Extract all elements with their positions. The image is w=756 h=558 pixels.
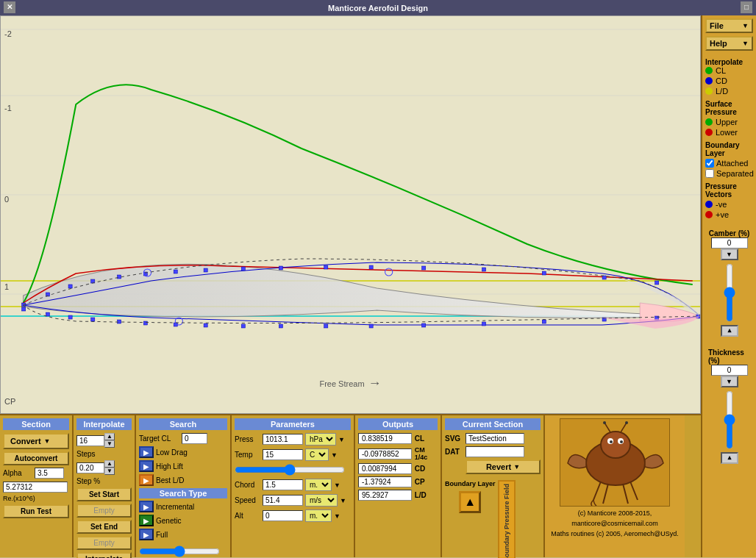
file-button[interactable]: File ▼ <box>705 18 753 33</box>
steps-row: ▲ ▼ <box>76 433 132 448</box>
full-label: Full <box>156 531 168 539</box>
main-container: -2 -1 0 1 CP Free Stream → <box>0 15 756 557</box>
camber-down-btn[interactable]: ▼ <box>721 248 738 260</box>
lower-dot <box>705 129 713 136</box>
svg-input[interactable] <box>466 433 524 444</box>
press-unit-arrow: ▼ <box>338 436 345 443</box>
svg-rect-10 <box>68 285 72 288</box>
incremental-label: Incremental <box>156 503 194 511</box>
svg-point-48 <box>601 432 630 458</box>
help-button[interactable]: Help ▼ <box>705 36 753 51</box>
temp-input[interactable] <box>263 449 303 460</box>
lower-legend-label: Lower <box>716 128 738 137</box>
upper-dot <box>705 118 713 126</box>
current-section-panel: Current Section SVG DAT Revert ▼ <box>442 415 545 557</box>
ld-legend-label: L/D <box>716 87 728 96</box>
chord-unit-select[interactable]: m.ft <box>305 479 332 491</box>
interpolate-legend-title: Interpolate <box>705 58 753 66</box>
boundary-up-arrow[interactable]: ▲ <box>459 491 481 513</box>
camber-value[interactable] <box>711 237 748 248</box>
steps-input[interactable] <box>76 435 104 446</box>
interpolate-button[interactable]: Interpolate <box>76 552 132 558</box>
temp-unit-arrow: ▼ <box>331 451 338 459</box>
press-label: Press <box>235 435 260 443</box>
chord-unit-arrow: ▼ <box>334 482 340 489</box>
camber-slider[interactable] <box>722 263 737 322</box>
attached-legend: Attached <box>705 159 753 168</box>
temp-slider[interactable] <box>235 464 345 476</box>
speed-row: Speed m/sktsmph ▼ <box>235 494 351 507</box>
speed-unit-select[interactable]: m/sktsmph <box>305 494 338 507</box>
genetic-row: ▶ Genetic <box>139 515 227 526</box>
thickness-slider[interactable] <box>722 390 737 449</box>
upper-legend: Upper <box>705 118 753 126</box>
thickness-down-btn2[interactable]: ▼ <box>721 452 738 464</box>
section-title: Section <box>3 418 69 430</box>
thickness-value[interactable] <box>711 365 748 376</box>
svg-rect-15 <box>204 268 207 272</box>
incremental-arrow[interactable]: ▶ <box>139 501 154 512</box>
convert-button[interactable]: Convert ▼ <box>3 433 69 449</box>
camber-down-btn2[interactable]: ▼ <box>721 325 738 337</box>
press-input[interactable] <box>263 434 303 445</box>
svg-rect-31 <box>143 321 147 325</box>
steps-up[interactable]: ▲ <box>104 433 115 440</box>
cd-legend: CD <box>705 76 753 85</box>
step-pct-down[interactable]: ▼ <box>104 468 115 475</box>
parameters-panel: Parameters Press hPaPa ▼ Temp CFK <box>232 415 355 557</box>
set-start-button[interactable]: Set Start <box>76 487 132 501</box>
set-end-button[interactable]: Set End <box>76 520 132 534</box>
temp-unit-select[interactable]: CFK <box>305 448 329 461</box>
separated-legend: Separated <box>705 169 753 178</box>
svg-rect-14 <box>174 270 177 273</box>
alt-input[interactable] <box>263 510 303 521</box>
freestream-label: Free Stream → <box>319 376 381 391</box>
target-cl-row: Target CL <box>139 433 227 444</box>
re-label: Re.(x10^6) <box>3 495 69 502</box>
high-lift-arrow[interactable]: ▶ <box>139 460 154 472</box>
svg-point-51 <box>610 440 613 443</box>
search-slider[interactable] <box>139 546 220 557</box>
low-drag-arrow[interactable]: ▶ <box>139 446 154 458</box>
steps-down[interactable]: ▼ <box>104 440 115 448</box>
svg-point-52 <box>620 440 623 443</box>
genetic-arrow[interactable]: ▶ <box>139 515 154 526</box>
speed-input[interactable] <box>263 495 303 506</box>
best-ld-row: ▶ Best L/D <box>139 474 227 486</box>
step-pct-up[interactable]: ▲ <box>104 460 115 468</box>
pressure-field-area[interactable]: Boundary Pressure Field <box>498 480 516 558</box>
revert-button[interactable]: Revert ▼ <box>466 459 541 474</box>
re-input[interactable] <box>3 482 68 493</box>
steps-spinner: ▲ ▼ <box>104 433 115 448</box>
full-arrow[interactable]: ▶ <box>139 529 154 540</box>
dat-input[interactable] <box>466 446 524 457</box>
svg-rect-0 <box>1 16 700 413</box>
run-test-button[interactable]: Run Test <box>3 504 69 518</box>
chord-input[interactable] <box>263 479 303 490</box>
alt-unit-select[interactable]: m.ft <box>305 509 332 522</box>
press-unit-select[interactable]: hPaPa <box>305 433 336 446</box>
thickness-section: Thickness (%) ▼ ▼ <box>705 346 753 467</box>
best-ld-arrow[interactable]: ▶ <box>139 474 154 486</box>
target-cl-input[interactable] <box>182 433 207 444</box>
close-btn[interactable]: ✕ <box>4 1 15 13</box>
temp-row: Temp CFK ▼ <box>235 448 351 461</box>
step-pct-input[interactable] <box>76 462 104 473</box>
maximize-btn[interactable]: □ <box>741 1 752 13</box>
attached-checkbox[interactable] <box>705 159 714 168</box>
right-panel: File ▼ Help ▼ Interpolate CL CD L/D Surf… <box>701 15 756 557</box>
attached-legend-label: Attached <box>716 159 748 168</box>
current-section-title: Current Section <box>445 418 541 430</box>
svg-rect-12 <box>118 275 121 279</box>
revert-row: Revert ▼ <box>445 459 541 476</box>
cl-output-label: CL <box>415 434 438 443</box>
separated-checkbox[interactable] <box>705 169 714 178</box>
thickness-down-btn[interactable]: ▼ <box>721 376 738 387</box>
svg-rect-16 <box>241 267 245 271</box>
autoconvert-button[interactable]: Autoconvert <box>3 451 69 465</box>
mascot-panel: (c) Manticore 2008-2015, manticore@cosmi… <box>545 415 685 557</box>
low-drag-label: Low Drag <box>156 448 188 457</box>
alpha-input[interactable] <box>35 468 64 479</box>
pos-ve-legend: +ve <box>705 210 753 219</box>
alt-row: Alt m.ft ▼ <box>235 509 351 522</box>
